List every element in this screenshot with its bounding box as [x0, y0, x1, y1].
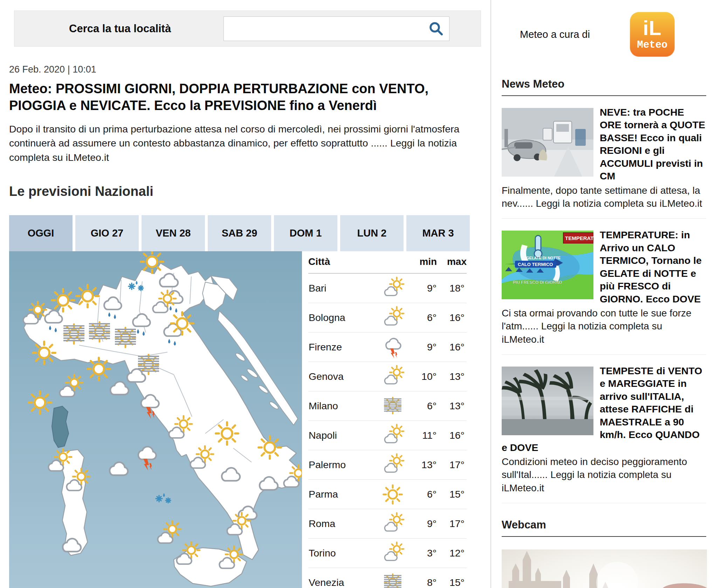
city-name[interactable]: Napoli — [308, 421, 369, 450]
header-min: min — [417, 251, 437, 273]
max-temp: 16° — [437, 303, 467, 333]
map-sun-icon — [52, 289, 74, 312]
fog-icon — [381, 395, 404, 418]
min-temp: 6° — [417, 303, 437, 333]
news-item: TEMPESTE di VENTO e MAREGGIATE in arrivo… — [502, 364, 706, 503]
search-label: Cerca la tua località — [69, 22, 171, 35]
sidebar: Meteo a cura di iL Meteo News Meteo — [502, 0, 706, 588]
city-name[interactable]: Bari — [308, 273, 369, 303]
table-row: Bari9°18° — [308, 273, 467, 303]
news-body: Ci sta ormai provando con tutte le sue f… — [502, 307, 706, 346]
map-sun-icon — [29, 391, 51, 414]
map-sun-icon — [259, 436, 281, 459]
header-max: max — [437, 251, 467, 273]
min-temp: 9° — [417, 273, 437, 303]
news-thumbnail-temperature-map[interactable]: TEMPERATU GELATE DI NOTTE CALO TERMICO P… — [502, 231, 593, 299]
column-divider — [490, 0, 491, 588]
forecast-tabs: OGGIGIO 27VEN 28SAB 29DOM 1LUN 2MAR 3 — [9, 215, 481, 251]
tab-dom-1[interactable]: DOM 1 — [274, 215, 337, 251]
article-headline: Meteo: PROSSIMI GIORNI, DOPPIA PERTURBAZ… — [9, 81, 479, 114]
map-sun-icon — [76, 285, 99, 307]
map-fog-icon — [63, 324, 84, 344]
table-row: Firenze9°16° — [308, 333, 467, 362]
search-input[interactable] — [224, 17, 449, 41]
partly-icon — [381, 453, 404, 477]
news-item: TEMPERATU GELATE DI NOTTE CALO TERMICO P… — [502, 228, 706, 355]
min-temp: 6° — [417, 480, 437, 509]
logo-text-meteo: Meteo — [637, 39, 667, 51]
tab-oggi[interactable]: OGGI — [9, 215, 73, 251]
search-icon[interactable] — [428, 21, 444, 37]
tab-sab-29[interactable]: SAB 29 — [208, 215, 271, 251]
main-column: Cerca la tua località 26 Feb. 2020 | 10:… — [9, 0, 481, 588]
tab-mar-3[interactable]: MAR 3 — [406, 215, 470, 251]
attribution-text: Meteo a cura di — [520, 29, 590, 40]
table-row: Roma9°17° — [308, 509, 467, 539]
city-table-body: Bari9°18°Bologna6°16°Firenze9°16°Genova1… — [308, 273, 467, 588]
map-sun-icon — [33, 342, 55, 364]
table-row: Milano6°13° — [308, 391, 467, 421]
city-name[interactable]: Genova — [308, 362, 369, 391]
news-thumbnail-wind-palms[interactable] — [502, 367, 593, 435]
search-bar: Cerca la tua località — [14, 11, 481, 47]
city-name[interactable]: Roma — [308, 509, 369, 539]
webcam-heading: Webcam — [502, 519, 706, 537]
city-name[interactable]: Bologna — [308, 303, 369, 333]
city-name[interactable]: Torino — [308, 539, 369, 568]
city-name[interactable]: Firenze — [308, 333, 369, 362]
city-name[interactable]: Parma — [308, 480, 369, 509]
thumb-label-calo-termico: CALO TERMICO — [518, 262, 553, 267]
tab-gio-27[interactable]: GIO 27 — [75, 215, 139, 251]
meteo-attribution: Meteo a cura di iL Meteo — [502, 12, 706, 57]
fog-icon — [381, 571, 404, 588]
forecast-content: Città min max Bari9°18°Bologna6°16°Firen… — [9, 251, 481, 588]
ilmeteo-logo[interactable]: iL Meteo — [630, 12, 675, 57]
italy-map-svg — [9, 251, 302, 588]
table-row: Torino3°12° — [308, 539, 467, 568]
max-temp: 12° — [437, 539, 467, 568]
max-temp: 17° — [437, 509, 467, 539]
sun-icon — [381, 483, 404, 506]
table-row: Bologna6°16° — [308, 303, 467, 333]
partly-icon — [381, 542, 404, 565]
tab-lun-2[interactable]: LUN 2 — [340, 215, 404, 251]
city-forecast-table: Città min max Bari9°18°Bologna6°16°Firen… — [308, 251, 467, 588]
table-row: Venezia8°15° — [308, 568, 467, 588]
city-name[interactable]: Milano — [308, 391, 369, 421]
partly-icon — [381, 424, 404, 447]
map-sun-icon — [141, 251, 163, 273]
city-name[interactable]: Venezia — [308, 568, 369, 588]
tab-ven-28[interactable]: VEN 28 — [142, 215, 205, 251]
thumb-label-temperatu: TEMPERATU — [565, 235, 593, 241]
min-temp: 10° — [417, 362, 437, 391]
max-temp: 15° — [437, 568, 467, 588]
min-temp: 8° — [417, 568, 437, 588]
max-temp: 13° — [437, 362, 467, 391]
map-fog-icon — [89, 322, 110, 342]
min-temp: 9° — [417, 509, 437, 539]
map-sun-icon — [88, 358, 110, 380]
webcam-image-duomo[interactable] — [502, 549, 707, 588]
news-body: Finalmente, dopo tante settimane di atte… — [502, 184, 706, 210]
min-temp: 13° — [417, 450, 437, 480]
max-temp: 16° — [437, 333, 467, 362]
header-city: Città — [308, 251, 369, 273]
min-temp: 3° — [417, 539, 437, 568]
table-header-row: Città min max — [308, 251, 467, 273]
article-lede: Dopo il transito di un prima perturbazio… — [9, 122, 476, 164]
min-temp: 11° — [417, 421, 437, 450]
max-temp: 17° — [437, 450, 467, 480]
partly-icon — [381, 365, 404, 388]
news-thumbnail-snow-traffic[interactable] — [502, 108, 593, 177]
max-temp: 15° — [437, 480, 467, 509]
map-sun-icon — [216, 422, 238, 445]
map-corsica — [52, 406, 69, 447]
partly-icon — [381, 277, 404, 300]
partly-icon — [381, 306, 404, 329]
table-row: Parma6°15° — [308, 480, 467, 509]
news-item: NEVE: tra POCHE ORE tornerà a QUOTE BASS… — [502, 106, 706, 219]
city-name[interactable]: Palermo — [308, 450, 369, 480]
table-row: Genova10°13° — [308, 362, 467, 391]
ilmeteo-weather-page: Cerca la tua località 26 Feb. 2020 | 10:… — [0, 0, 715, 588]
table-row: Palermo13°17° — [308, 450, 467, 480]
